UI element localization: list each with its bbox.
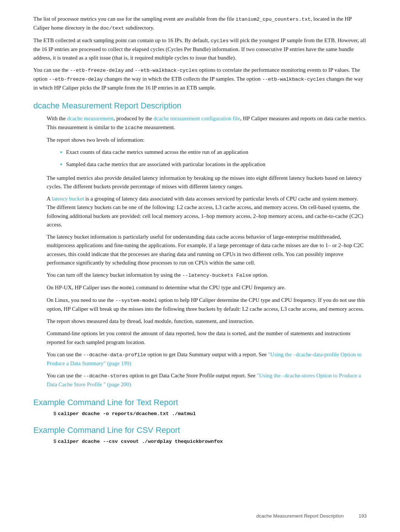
code-itanium2: itanium2_cpu_counters.txt <box>236 17 311 22</box>
bullet-item-1: • Exact counts of data cache metrics sum… <box>60 148 367 158</box>
bullet-dot-1: • <box>60 148 62 158</box>
link-latency-bucket[interactable]: latency bucket <box>52 196 84 202</box>
code-etb-freeze-delay-1: --etb-freeze-delay <box>70 68 124 73</box>
cmd1-text: caliper dcache -o reports/dcachem.txt ./… <box>58 411 196 417</box>
section-heading-dcache: dcache Measurement Report Description <box>33 101 367 111</box>
paragraph-etb: The ETB collected at each sampling point… <box>33 36 367 62</box>
section-heading-csv-report: Example Command Line for CSV Report <box>33 425 367 435</box>
page-footer: dcache Measurement Report Description 19… <box>256 513 367 519</box>
bullet-dot-2: • <box>60 160 62 170</box>
code-doctext: doc/text <box>100 26 124 31</box>
bullet-text-2: Sampled data cache metrics that are asso… <box>66 160 265 169</box>
paragraph-command-line-options: Command-line options let you control the… <box>47 329 367 347</box>
cmd1-dollar: $ <box>53 411 56 417</box>
paragraph-dcache-data-profile: You can use the --dcache-data-profile op… <box>47 350 367 368</box>
page-content: The list of processor metrics you can us… <box>33 15 367 444</box>
paragraph-turn-off-latency: You can turn off the latency bucket info… <box>47 271 367 280</box>
code-dcache-data-profile: --dcache-data-profile <box>83 352 146 358</box>
code-system-model: --system-model <box>115 298 157 303</box>
footer-page-number: 193 <box>359 513 367 519</box>
section-heading-text-report: Example Command Line for Text Report <box>33 398 367 407</box>
command-csv-report: $caliper dcache --csv csvout ./wordplay … <box>53 439 367 444</box>
cmd2-dollar: $ <box>53 439 56 444</box>
paragraph-latency-useful: The latency bucket information is partic… <box>47 233 367 267</box>
paragraph-processor-metrics: The list of processor metrics you can us… <box>33 15 367 33</box>
link-measurement-config-file[interactable]: measurement configuration file <box>170 115 240 121</box>
code-etb-freeze-delay-2: --etb-freeze-delay <box>49 77 103 82</box>
command-text-report: $caliper dcache -o reports/dcachem.txt .… <box>53 411 367 417</box>
code-etb-walkback-cycles-2: --etb-walkback-cycles <box>262 77 325 82</box>
paragraph-report-measured: The report shows measured data by thread… <box>47 317 367 326</box>
paragraph-sampled-metrics: The sampled metrics also provide detaile… <box>47 174 367 191</box>
link-dcache[interactable]: dcache <box>153 115 169 121</box>
code-model: model <box>120 285 135 291</box>
code-icache: icache <box>125 125 143 131</box>
code-cycles: cycles <box>211 38 229 44</box>
link-dcache-measurement[interactable]: dcache measurement <box>67 115 113 121</box>
code-latency-buckets-false: --latency-buckets False <box>182 273 251 278</box>
bullet-text-1: Exact counts of data cache metrics summe… <box>66 148 248 156</box>
paragraph-dcache-intro: With the dcache measurement, produced by… <box>47 114 367 132</box>
bullet-item-2: • Sampled data cache metrics that are as… <box>60 160 367 170</box>
paragraph-latency-bucket: A latency bucket is a grouping of latenc… <box>47 195 367 229</box>
paragraph-linux-system-model: On Linux, you need to use the --system-m… <box>47 296 367 313</box>
cmd2-text: caliper dcache --csv csvout ./wordplay t… <box>58 439 223 444</box>
paragraph-etb-options: You can use the --etb-freeze-delay and -… <box>33 66 367 92</box>
section-dcache-body: With the dcache measurement, produced by… <box>47 114 367 389</box>
paragraph-dcache-stores: You can use the --dcache-stores option t… <box>47 371 367 389</box>
paragraph-report-levels: The report shows two levels of informati… <box>47 136 367 144</box>
code-etb-walkback-cycles-1: --etb-walkback-cycles <box>134 68 197 73</box>
bullet-list-levels: • Exact counts of data cache metrics sum… <box>60 148 367 170</box>
paragraph-hpux-model: On HP-UX, HP Caliper uses the model comm… <box>47 283 367 292</box>
footer-section-label: dcache Measurement Report Description <box>256 513 344 519</box>
code-dcache-stores: --dcache-stores <box>83 373 128 379</box>
